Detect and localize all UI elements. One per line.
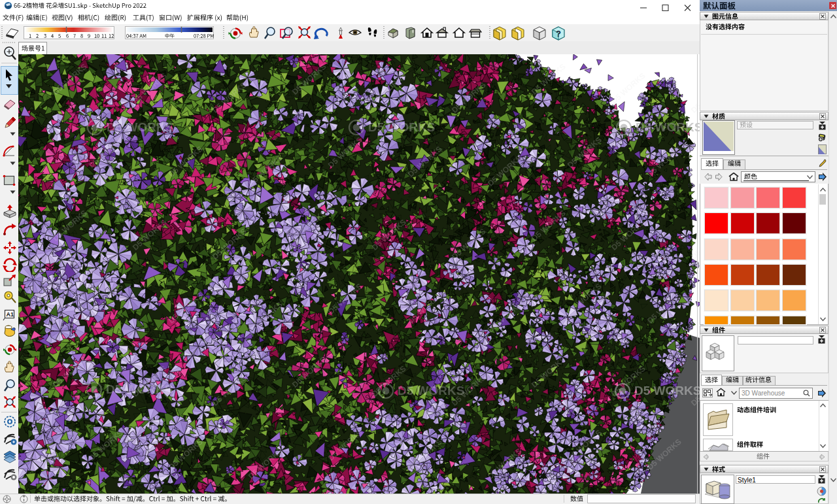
svg-text:?: ?: [556, 29, 561, 39]
svg-text:A1: A1: [7, 311, 14, 318]
